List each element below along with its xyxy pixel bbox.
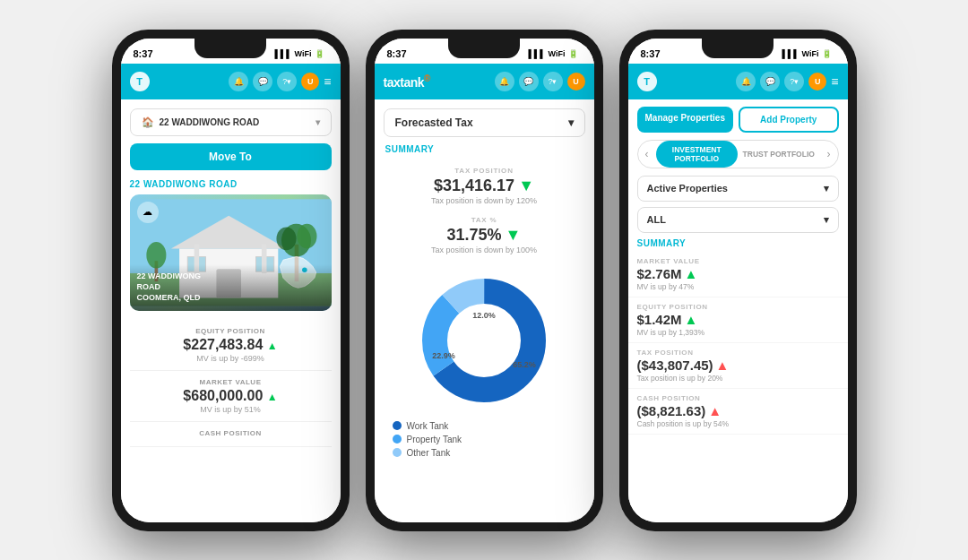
portfolio-tabs: ‹ INVESTMENT PORTFOLIO TRUST PORTFOLIO ›	[637, 140, 839, 168]
stat-equity-sub: MV is up by -699%	[130, 354, 332, 363]
tax-percent-value: 31.75% ▼	[384, 226, 585, 245]
trust-portfolio-tab[interactable]: TRUST PORTFOLIO	[738, 145, 820, 163]
time-3: 8:37	[641, 48, 661, 59]
signal-icon-3: ▌▌▌	[782, 49, 799, 58]
address-text: 22 WADDIWONG ROAD	[160, 117, 260, 127]
p3-tp-trend-icon: ▲	[716, 358, 730, 373]
active-properties-dropdown[interactable]: Active Properties ▾	[637, 176, 839, 202]
all-dropdown[interactable]: ALL ▾	[637, 207, 839, 233]
p3-ep-label: EQUITY POSITION	[637, 303, 839, 311]
stat-market: MARKET VALUE $680,000.00 ▲ MV is up by 5…	[130, 371, 332, 422]
p3-market-value: MARKET VALUE $2.76M ▲ MV is up by 47%	[628, 252, 848, 297]
svg-text:65.2%: 65.2%	[513, 360, 536, 369]
phone-1-content: 🏠 22 WADDIWONG ROAD ▾ Move To 22 WADDIWO…	[121, 99, 341, 522]
status-icons-2: ▌▌▌ WiFi 🔋	[528, 49, 577, 58]
donut-legend: Work Tank Property Tank Other Tank	[375, 421, 594, 467]
p3-tp-label: TAX POSITION	[637, 349, 839, 357]
help-icon-nav-2[interactable]: ?▾	[543, 72, 563, 91]
taxtank-logo: taxtank®	[384, 73, 430, 90]
camera-icon[interactable]: ☁	[137, 202, 159, 223]
tax-position-value: $31,416.17 ▼	[384, 177, 585, 195]
p3-cp-sub: Cash position is up by 54%	[637, 419, 839, 428]
p3-mv-label: MARKET VALUE	[637, 257, 839, 265]
stat-equity: EQUITY POSITION $227,483.84 ▲ MV is up b…	[130, 320, 332, 371]
stat-market-sub: MV is up by 51%	[130, 405, 332, 414]
help-icon-nav-3[interactable]: ?▾	[784, 72, 804, 91]
home-icon: 🏠	[142, 116, 154, 128]
tax-position-block: TAX POSITION $31,416.17 ▼ Tax position i…	[375, 161, 594, 211]
phone-3-content: Manage Properties Add Property ‹ INVESTM…	[628, 99, 848, 522]
app-icon-1: T	[130, 72, 150, 91]
p3-cp-trend-icon: ▲	[708, 403, 722, 418]
market-trend-icon: ▲	[267, 391, 278, 403]
investment-portfolio-tab[interactable]: INVESTMENT PORTFOLIO	[656, 141, 739, 168]
legend-property-tank: Property Tank	[393, 435, 576, 444]
notch-2	[448, 39, 520, 58]
donut-chart-svg: 12.0% 22.9% 65.2%	[412, 269, 556, 412]
property-section-title: 22 WADDIWONG ROAD	[130, 179, 332, 189]
top-buttons-row: Manage Properties Add Property	[637, 107, 839, 133]
legend-other-tank: Other Tank	[393, 448, 576, 458]
svg-point-11	[297, 223, 316, 248]
portfolio-next-arrow[interactable]: ›	[820, 143, 838, 165]
p3-cash-position: CASH POSITION ($8,821.63) ▲ Cash positio…	[628, 389, 848, 435]
wifi-icon-3: WiFi	[802, 49, 819, 58]
forecasted-chevron: ▾	[568, 116, 574, 129]
avatar-2[interactable]: U	[567, 73, 585, 90]
time-2: 8:37	[387, 48, 407, 59]
chat-icon-nav[interactable]: 💬	[253, 72, 272, 91]
avatar-3[interactable]: U	[808, 73, 826, 90]
legend-other-dot	[393, 448, 402, 457]
move-to-button[interactable]: Move To	[130, 143, 332, 170]
nav-icons-3: 🔔 💬 ?▾ U ≡	[736, 72, 838, 91]
address-selector[interactable]: 🏠 22 WADDIWONG ROAD ▾	[130, 108, 332, 136]
svg-text:22.9%: 22.9%	[432, 351, 455, 360]
manage-properties-button[interactable]: Manage Properties	[637, 107, 734, 133]
legend-work-dot	[393, 421, 402, 430]
battery-icon: 🔋	[315, 49, 324, 58]
stat-equity-value: $227,483.84 ▲	[130, 337, 332, 353]
battery-icon-2: 🔋	[568, 49, 578, 58]
chat-icon-nav-3[interactable]: 💬	[760, 72, 780, 91]
tax-percent-sub: Tax position is down by 100%	[384, 246, 585, 254]
bell-icon-nav-3[interactable]: 🔔	[736, 72, 756, 91]
hamburger-icon[interactable]: ≡	[324, 74, 331, 89]
forecasted-selector[interactable]: Forecasted Tax ▾	[384, 108, 585, 137]
nav-bar-2: taxtank® 🔔 💬 ?▾ U	[375, 64, 594, 99]
p3-ep-sub: MV is up by 1,393%	[637, 328, 839, 337]
signal-icon-2: ▌▌▌	[528, 49, 545, 58]
phone-2-content: Forecasted Tax ▾ Summary TAX POSITION $3…	[375, 99, 594, 522]
time-1: 8:37	[134, 48, 153, 59]
active-properties-chevron: ▾	[824, 183, 829, 194]
bell-icon-nav-2[interactable]: 🔔	[495, 72, 514, 91]
chevron-down-icon: ▾	[315, 117, 320, 127]
p3-tax-position: TAX POSITION ($43,807.45) ▲ Tax position…	[628, 343, 848, 389]
phone-1: 8:37 ▌▌▌ WiFi 🔋 T 🔔 💬 ?▾ U ≡	[112, 30, 350, 531]
p3-cp-label: CASH POSITION	[637, 394, 839, 402]
add-property-button[interactable]: Add Property	[739, 107, 839, 133]
hamburger-icon-3[interactable]: ≡	[831, 74, 838, 89]
nav-bar-1: T 🔔 💬 ?▾ U ≡	[121, 64, 341, 99]
chat-icon-nav-2[interactable]: 💬	[519, 72, 539, 91]
avatar-1[interactable]: U	[301, 73, 319, 90]
property-image: ☁ 22 WADDIWONGROADCOOMERA, QLD	[130, 194, 332, 311]
p3-mv-sub: MV is up by 47%	[637, 282, 839, 291]
p3-equity-position: EQUITY POSITION $1.42M ▲ MV is up by 1,3…	[628, 297, 848, 343]
property-location: 22 WADDIWONGROADCOOMERA, QLD	[130, 264, 332, 310]
svg-point-12	[276, 227, 296, 250]
summary-label-3: Summary	[628, 238, 848, 248]
help-icon-nav[interactable]: ?▾	[277, 72, 297, 91]
portfolio-prev-arrow[interactable]: ‹	[638, 143, 656, 165]
all-label: ALL	[647, 214, 666, 225]
nav-bar-3: T 🔔 💬 ?▾ U ≡	[628, 64, 848, 99]
notch-1	[194, 39, 266, 58]
tax-percent-label: TAX %	[384, 216, 585, 224]
legend-other-label: Other Tank	[407, 448, 451, 458]
bell-icon-nav[interactable]: 🔔	[229, 72, 248, 91]
app-icon-3: T	[637, 72, 657, 91]
legend-work-tank: Work Tank	[393, 421, 576, 431]
p3-ep-trend-icon: ▲	[685, 312, 698, 327]
tax-pct-trend-icon: ▼	[506, 226, 522, 245]
legend-work-label: Work Tank	[407, 421, 449, 431]
donut-chart-wrap: 12.0% 22.9% 65.2%	[375, 269, 594, 412]
